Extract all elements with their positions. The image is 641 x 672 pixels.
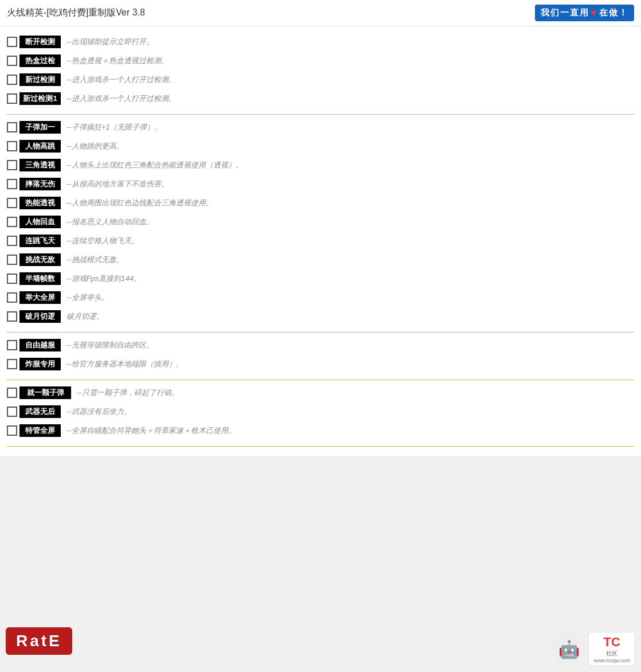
checkbox-wuqiwuh[interactable] <box>7 407 17 417</box>
label-judaquan: 举大全屏 <box>19 291 61 304</box>
checkbox-renwugaotiao[interactable] <box>7 141 17 151</box>
label-sanjiaotouashi: 三角透视 <box>19 159 61 171</box>
label-duankaijiace: 断开检测 <box>19 36 61 48</box>
label-ziyueyuefu: 自由越服 <box>19 339 61 351</box>
option-row: 连跳飞天 --连续空格人物飞天。 <box>7 233 634 249</box>
desc-zidanjiay: --子弹疯狂+1（无限子弹）。 <box>67 122 162 132</box>
label-xinguojian: 新过检测 <box>19 73 61 86</box>
brand-badge: 我们一直用 ♥ 在做！ <box>535 5 634 21</box>
app-title: 火线精英-[吃鸡付费]重制版Ver 3.8 <box>7 7 145 19</box>
checkbox-zidanjiay[interactable] <box>7 122 17 132</box>
checkbox-shuailwush[interactable] <box>7 179 17 189</box>
label-reheguojian: 热盒过检 <box>19 54 61 67</box>
checkbox-poyueqiel[interactable] <box>7 311 17 322</box>
desc-duankaijiace: --出现辅助提示立即打开。 <box>67 37 154 47</box>
option-row: 热盒过检 --热盒透视＋热盒透视过检测。 <box>7 53 634 69</box>
option-row: 炸服专用 --给官方服务器本地端限（慎用）。 <box>7 356 634 372</box>
desc-poyueqiel: 破月切逻。 <box>67 311 104 322</box>
section-detection: 断开检测 --出现辅助提示立即打开。 热盒过检 --热盒透视＋热盒透视过检测。 … <box>7 34 634 115</box>
label-zidanjiay: 子弹加一 <box>19 121 61 134</box>
label-wuqiwuh: 武器无后 <box>19 405 61 418</box>
label-jiuyk: 就一颗子弹 <box>19 386 71 399</box>
desc-reheguojian: --热盒透视＋热盒透视过检测。 <box>67 56 169 66</box>
label-renwugaotiao: 人物高跳 <box>19 140 61 153</box>
checkbox-sanjiaotouashi[interactable] <box>7 160 17 170</box>
tc-logo: TC 社区 www.tcsqw.com <box>588 632 635 666</box>
label-lianjiaofitian: 连跳飞天 <box>19 235 61 247</box>
desc-renengtouashi: --人物周围出现红色边线配合三角透视使用。 <box>67 198 213 208</box>
desc-teguanquan: --全屏自瞄配合符异她头＋符章家速＋枪木己使用。 <box>67 425 236 436</box>
label-teguanquan: 特管全屏 <box>19 424 61 437</box>
watermark-area: 🤖 TC 社区 www.tcsqw.com <box>552 632 635 666</box>
checkbox-duankaijiace[interactable] <box>7 37 17 47</box>
option-row: 新过检测 --进入游戏杀一个人打开过检测。 <box>7 72 634 88</box>
section-features: 子弹加一 --子弹疯狂+1（无限子弹）。 人物高跳 --人物跳的更高。 三角透视… <box>7 119 634 333</box>
option-row: 自由越服 --无视等级限制自由跨区。 <box>7 337 634 353</box>
desc-ziyueyuefu: --无视等级限制自由跨区。 <box>67 340 154 350</box>
checkbox-jiuyk[interactable] <box>7 388 17 398</box>
section-weapon: 就一颗子弹 --只需一颗子弹，碍起了行镐。 武器无后 --武器没有后坐力。 特管… <box>7 385 634 447</box>
desc-tiaozhwudi: --挑战模式无敌。 <box>67 255 124 265</box>
rate-badge: RatE <box>6 627 72 655</box>
badge-prefix: 我们一直用 <box>541 7 589 18</box>
option-row: 就一颗子弹 --只需一颗子弹，碍起了行镐。 <box>7 385 634 401</box>
option-row: 人物高跳 --人物跳的更高。 <box>7 138 634 154</box>
checkbox-renengtouashi[interactable] <box>7 198 17 208</box>
heart-icon: ♥ <box>591 7 598 19</box>
desc-lianjiaofitian: --连续空格人物飞天。 <box>67 236 139 246</box>
desc-jiuyk: --只需一颗子弹，碍起了行镐。 <box>77 388 179 398</box>
label-renwuhx: 人物回血 <box>19 216 61 228</box>
option-row: 破月切逻 破月切逻。 <box>7 308 634 325</box>
label-renengtouashi: 热能透视 <box>19 197 61 209</box>
app-header: 火线精英-[吃鸡付费]重制版Ver 3.8 我们一直用 ♥ 在做！ <box>0 0 641 26</box>
option-row: 子弹加一 --子弹疯狂+1（无限子弹）。 <box>7 119 634 135</box>
desc-renwuhx: --报名思义人物自动回血。 <box>67 217 154 227</box>
label-banqiangzhen: 半墙帧数 <box>19 272 61 285</box>
label-tiaozhwudi: 挑战无敌 <box>19 253 61 266</box>
label-xinguojian1: 新过检测1 <box>19 92 61 105</box>
tc-text: TC <box>604 635 620 650</box>
label-poyueqiel: 破月切逻 <box>19 310 61 323</box>
desc-banqiangzhen: --游戏Fps直接到144。 <box>67 274 141 284</box>
checkbox-lianjiaofitian[interactable] <box>7 236 17 246</box>
character-icon: 🤖 <box>552 632 586 666</box>
checkbox-xinguojian1[interactable] <box>7 93 17 104</box>
option-row: 三角透视 --人物头上出现红色三角配合热能透视使用（透视）。 <box>7 157 634 173</box>
checkbox-reheguojian[interactable] <box>7 56 17 66</box>
desc-wuqiwuh: --武器没有后坐力。 <box>67 407 131 417</box>
main-content: 断开检测 --出现辅助提示立即打开。 热盒过检 --热盒透视＋热盒透视过检测。 … <box>0 26 641 456</box>
checkbox-tiaozhwudi[interactable] <box>7 255 17 265</box>
checkbox-renwuhx[interactable] <box>7 217 17 227</box>
option-row: 挑战无敌 --挑战模式无敌。 <box>7 252 634 268</box>
option-row: 武器无后 --武器没有后坐力。 <box>7 404 634 420</box>
option-row: 举大全屏 --全屏举头。 <box>7 290 634 306</box>
option-row: 人物回血 --报名思义人物自动回血。 <box>7 214 634 230</box>
checkbox-ziyueyuefu[interactable] <box>7 340 17 350</box>
checkbox-zhafuzhuan[interactable] <box>7 359 17 369</box>
checkbox-judaquan[interactable] <box>7 292 17 303</box>
section-zone: 自由越服 --无视等级限制自由跨区。 炸服专用 --给官方服务器本地端限（慎用）… <box>7 337 634 380</box>
option-row: 断开检测 --出现辅助提示立即打开。 <box>7 34 634 50</box>
badge-suffix: 在做！ <box>599 7 628 18</box>
checkbox-teguanquan[interactable] <box>7 425 17 436</box>
desc-xinguojian1: --进入游戏杀一个人打开过检测。 <box>67 93 176 104</box>
label-shuailwush: 摔落无伤 <box>19 178 61 190</box>
option-row: 特管全屏 --全屏自瞄配合符异她头＋符章家速＋枪木己使用。 <box>7 423 634 439</box>
option-row: 摔落无伤 --从很高的地方落下不造伤害。 <box>7 176 634 192</box>
tc-subtitle: 社区 <box>606 650 617 658</box>
checkbox-xinguojian[interactable] <box>7 75 17 85</box>
option-row: 新过检测1 --进入游戏杀一个人打开过检测。 <box>7 91 634 107</box>
desc-renwugaotiao: --人物跳的更高。 <box>67 141 124 151</box>
option-row: 半墙帧数 --游戏Fps直接到144。 <box>7 271 634 287</box>
checkbox-banqiangzhen[interactable] <box>7 274 17 284</box>
label-zhafuzhuan: 炸服专用 <box>19 358 61 370</box>
desc-shuailwush: --从很高的地方落下不造伤害。 <box>67 179 169 189</box>
desc-zhafuzhuan: --给官方服务器本地端限（慎用）。 <box>67 359 183 369</box>
desc-sanjiaotouashi: --人物头上出现红色三角配合热能透视使用（透视）。 <box>67 160 243 170</box>
option-row: 热能透视 --人物周围出现红色边线配合三角透视使用。 <box>7 195 634 211</box>
desc-xinguojian: --进入游戏杀一个人打开过检测。 <box>67 75 176 85</box>
desc-judaquan: --全屏举头。 <box>67 292 109 303</box>
tc-website: www.tcsqw.com <box>593 658 630 663</box>
